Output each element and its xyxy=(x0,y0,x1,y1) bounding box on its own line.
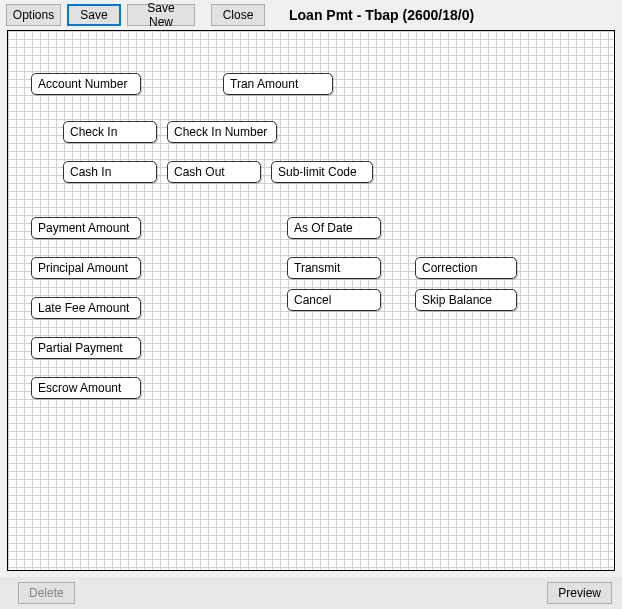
design-grid[interactable]: Account Number Tran Amount Check In Chec… xyxy=(7,30,615,571)
field-principal-amount[interactable]: Principal Amount xyxy=(31,257,141,279)
field-cash-in[interactable]: Cash In xyxy=(63,161,157,183)
field-tran-amount[interactable]: Tran Amount xyxy=(223,73,333,95)
delete-button: Delete xyxy=(18,582,75,604)
field-as-of-date[interactable]: As Of Date xyxy=(287,217,381,239)
field-check-in[interactable]: Check In xyxy=(63,121,157,143)
save-button[interactable]: Save xyxy=(67,4,121,26)
field-cancel[interactable]: Cancel xyxy=(287,289,381,311)
field-account-number[interactable]: Account Number xyxy=(31,73,141,95)
field-skip-balance[interactable]: Skip Balance xyxy=(415,289,517,311)
preview-button[interactable]: Preview xyxy=(547,582,612,604)
top-toolbar: Options Save Save New Close Loan Pmt - T… xyxy=(0,2,622,28)
form-designer-window: Options Save Save New Close Loan Pmt - T… xyxy=(0,0,622,609)
page-title: Loan Pmt - Tbap (2600/18/0) xyxy=(289,7,474,23)
field-escrow-amount[interactable]: Escrow Amount xyxy=(31,377,141,399)
close-button[interactable]: Close xyxy=(211,4,265,26)
field-sub-limit-code[interactable]: Sub-limit Code xyxy=(271,161,373,183)
save-new-button[interactable]: Save New xyxy=(127,4,195,26)
field-correction[interactable]: Correction xyxy=(415,257,517,279)
field-late-fee-amount[interactable]: Late Fee Amount xyxy=(31,297,141,319)
field-partial-payment[interactable]: Partial Payment xyxy=(31,337,141,359)
field-payment-amount[interactable]: Payment Amount xyxy=(31,217,141,239)
bottom-bar: Delete Preview xyxy=(0,577,622,609)
options-button[interactable]: Options xyxy=(6,4,61,26)
field-transmit[interactable]: Transmit xyxy=(287,257,381,279)
field-cash-out[interactable]: Cash Out xyxy=(167,161,261,183)
field-check-in-number[interactable]: Check In Number xyxy=(167,121,277,143)
